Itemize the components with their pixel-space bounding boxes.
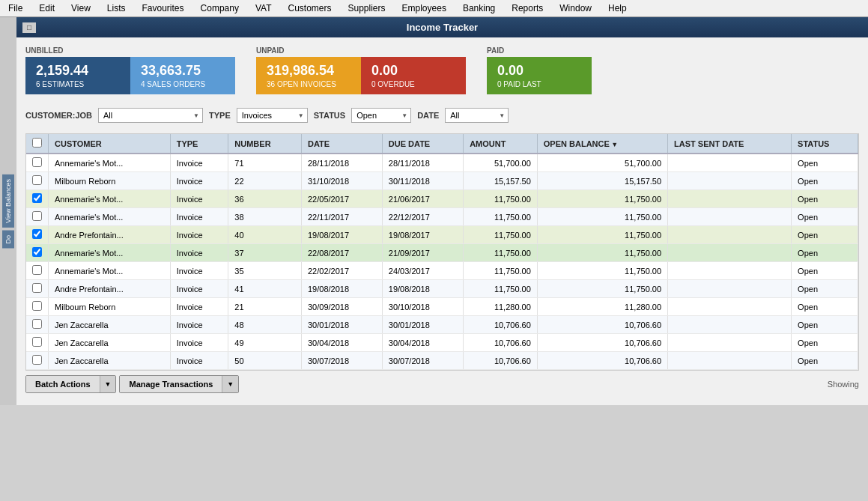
menu-item-company[interactable]: Company [198, 2, 241, 14]
paid-label: PAID [487, 46, 592, 55]
cell-amount: 11,750.00 [464, 190, 538, 208]
row-checkbox[interactable] [32, 265, 42, 275]
menu-item-view[interactable]: View [69, 2, 93, 14]
row-checkbox[interactable] [32, 319, 42, 329]
menu-item-favourites[interactable]: Favourites [140, 2, 186, 14]
cell-amount: 10,706.60 [464, 352, 538, 370]
cell-type: Invoice [170, 298, 228, 316]
row-checkbox[interactable] [32, 337, 42, 347]
row-checkbox[interactable] [32, 193, 42, 203]
menu-item-employees[interactable]: Employees [400, 2, 449, 14]
cell-status: Open [792, 172, 858, 190]
cell-last-sent_date [668, 262, 792, 280]
overdue-card[interactable]: 0.00 0 OVERDUE [361, 57, 466, 94]
date-select[interactable]: All Today This Week This Month [445, 108, 509, 123]
table-row[interactable]: Andre Prefontain...Invoice4019/08/201719… [26, 226, 858, 244]
cell-number: 71 [228, 154, 302, 172]
row-checkbox[interactable] [32, 211, 42, 221]
cell-customer: Milbourn Reborn [49, 298, 171, 316]
batch-actions-button[interactable]: Batch Actions [26, 376, 100, 392]
customer-job-select[interactable]: All [98, 108, 203, 123]
cell-amount: 11,750.00 [464, 208, 538, 226]
sidebar-tab-do[interactable]: Do [2, 231, 14, 249]
table-row[interactable]: Annemarie's Mot...Invoice3822/11/201722/… [26, 208, 858, 226]
cell-number: 41 [228, 280, 302, 298]
cell-amount: 51,700.00 [464, 154, 538, 172]
overdue-sub: 0 OVERDUE [371, 80, 455, 88]
cell-amount: 11,750.00 [464, 244, 538, 262]
table-row[interactable]: Jen ZaccarellaInvoice4930/04/201830/04/2… [26, 334, 858, 352]
cell-due-date: 30/11/2018 [382, 172, 463, 190]
menu-item-banking[interactable]: Banking [461, 2, 497, 14]
select-all-checkbox[interactable] [32, 138, 42, 148]
filters-row: CUSTOMER:JOB All TYPE Invoices Sales Ord… [25, 103, 859, 127]
cell-open-balance: 11,750.00 [537, 262, 667, 280]
row-checkbox[interactable] [32, 355, 42, 365]
cell-type: Invoice [170, 154, 228, 172]
cell-customer: Annemarie's Mot... [49, 154, 171, 172]
table-row[interactable]: Milbourn RebornInvoice2130/09/201830/10/… [26, 298, 858, 316]
table-row[interactable]: Annemarie's Mot...Invoice3722/08/201721/… [26, 244, 858, 262]
cell-customer: Annemarie's Mot... [49, 190, 171, 208]
sales-orders-amount: 33,663.75 [141, 63, 225, 79]
row-checkbox[interactable] [32, 175, 42, 185]
cell-status: Open [792, 226, 858, 244]
cell-status: Open [792, 280, 858, 298]
menu-item-help[interactable]: Help [606, 2, 629, 14]
estimates-card[interactable]: 2,159.44 6 ESTIMATES [25, 57, 130, 94]
cell-open-balance: 10,706.60 [537, 334, 667, 352]
cell-number: 36 [228, 190, 302, 208]
cell-due-date: 30/01/2018 [382, 316, 463, 334]
menu-item-customers[interactable]: Customers [285, 2, 333, 14]
window-title: Income Tracker [407, 22, 478, 33]
type-select[interactable]: Invoices Sales Orders Estimates [237, 108, 308, 123]
sales-orders-card[interactable]: 33,663.75 4 SALES ORDERS [130, 57, 235, 94]
cell-open-balance: 51,700.00 [537, 154, 667, 172]
table-row[interactable]: Andre Prefontain...Invoice4119/08/201819… [26, 280, 858, 298]
status-select[interactable]: Open Closed All [351, 108, 411, 123]
status-select-wrapper: Open Closed All [351, 108, 411, 123]
type-select-wrapper: Invoices Sales Orders Estimates [237, 108, 308, 123]
manage-transactions-dropdown-button[interactable]: ▼ [222, 376, 238, 392]
table-row[interactable]: Annemarie's Mot...Invoice3622/05/201721/… [26, 190, 858, 208]
paid-sub: 0 PAID LAST [497, 80, 581, 88]
open-invoices-card[interactable]: 319,986.54 36 OPEN INVOICES [256, 57, 361, 94]
menu-item-vat[interactable]: VAT [253, 2, 274, 14]
table-row[interactable]: Annemarie's Mot...Invoice3522/02/201724/… [26, 262, 858, 280]
row-checkbox[interactable] [32, 301, 42, 311]
table-row[interactable]: Jen ZaccarellaInvoice5030/07/201830/07/2… [26, 352, 858, 370]
cell-amount: 15,157.50 [464, 172, 538, 190]
menu-item-window[interactable]: Window [557, 2, 594, 14]
cell-customer: Jen Zaccarella [49, 316, 171, 334]
table-body: Annemarie's Mot...Invoice7128/11/201828/… [26, 154, 858, 370]
row-checkbox[interactable] [32, 229, 42, 239]
date-label: DATE [417, 111, 439, 120]
batch-actions-dropdown-button[interactable]: ▼ [100, 376, 116, 392]
row-checkbox[interactable] [32, 283, 42, 293]
menu-item-reports[interactable]: Reports [509, 2, 545, 14]
table-row[interactable]: Jen ZaccarellaInvoice4830/01/201830/01/2… [26, 316, 858, 334]
row-checkbox[interactable] [32, 247, 42, 257]
menu-item-edit[interactable]: Edit [37, 2, 57, 14]
cell-last-sent_date [668, 154, 792, 172]
manage-transactions-button-group: Manage Transactions ▼ [119, 375, 239, 393]
cell-date: 30/07/2018 [301, 352, 382, 370]
manage-transactions-button[interactable]: Manage Transactions [120, 376, 222, 392]
table-row[interactable]: Milbourn RebornInvoice2231/10/201830/11/… [26, 172, 858, 190]
cell-date: 30/09/2018 [301, 298, 382, 316]
cell-status: Open [792, 352, 858, 370]
th-open-balance[interactable]: OPEN BALANCE [537, 134, 667, 154]
menu-item-file[interactable]: File [6, 2, 25, 14]
th-number: NUMBER [228, 134, 302, 154]
paid-card[interactable]: 0.00 0 PAID LAST [487, 57, 592, 94]
cell-number: 49 [228, 334, 302, 352]
menu-item-suppliers[interactable]: Suppliers [345, 2, 387, 14]
title-bar-icon[interactable]: □ [22, 22, 36, 33]
cell-due-date: 24/03/2017 [382, 262, 463, 280]
menu-item-lists[interactable]: Lists [105, 2, 128, 14]
cell-last-sent_date [668, 172, 792, 190]
table-row[interactable]: Annemarie's Mot...Invoice7128/11/201828/… [26, 154, 858, 172]
sidebar-tab-view-balances[interactable]: View Balances [2, 174, 14, 228]
cell-last-sent_date [668, 244, 792, 262]
row-checkbox[interactable] [32, 157, 42, 167]
